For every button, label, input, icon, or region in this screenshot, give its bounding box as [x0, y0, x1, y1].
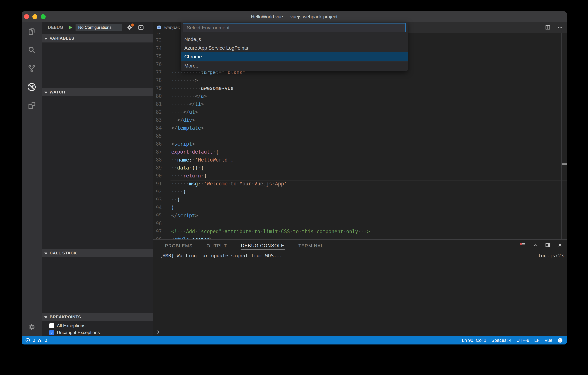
line-number[interactable]: 89 [153, 164, 170, 172]
feedback-smiley-icon[interactable] [557, 337, 563, 343]
line-number[interactable]: 80 [153, 92, 170, 100]
warning-count: 0 [44, 338, 47, 343]
line-number[interactable]: 83 [153, 116, 170, 124]
debug-toolbar: DEBUG No Configurations [42, 22, 153, 33]
line-content: ········</a> [170, 92, 567, 100]
line-number[interactable]: 86 [153, 140, 170, 148]
environment-option[interactable]: Node.js [181, 35, 408, 44]
environment-search-input[interactable] [183, 23, 405, 32]
status-item[interactable]: UTF-8 [516, 338, 529, 343]
error-count: 0 [32, 338, 35, 343]
line-number[interactable]: 92 [153, 188, 170, 196]
more-actions-icon[interactable] [557, 24, 563, 30]
breakpoint-label: All Exceptions [57, 323, 85, 328]
code-line-81: 81······</li> [153, 100, 567, 108]
close-panel-icon[interactable] [557, 243, 563, 248]
environment-input-box [183, 23, 406, 32]
breakpoint-label: Uncaught Exceptions [57, 330, 100, 335]
explorer-icon[interactable] [21, 22, 42, 41]
line-number[interactable]: 79 [153, 84, 170, 92]
status-item[interactable]: LF [534, 338, 539, 343]
line-number[interactable]: 91 [153, 180, 170, 188]
split-editor-icon[interactable] [545, 24, 551, 30]
debug-icon[interactable] [21, 78, 42, 96]
line-content: } [170, 204, 567, 211]
line-number[interactable]: 93 [153, 196, 170, 204]
select-environment-dropdown: Node.jsAzure App Service LogPointsChrome… [181, 22, 408, 71]
line-number[interactable]: 72 [153, 33, 170, 36]
overview-ruler[interactable] [561, 33, 567, 239]
clear-console-icon[interactable] [520, 242, 525, 248]
code-line-96: 96 [153, 220, 567, 228]
line-number[interactable]: 97 [153, 228, 170, 235]
status-item[interactable]: Vue [545, 338, 552, 343]
line-number[interactable]: 78 [153, 76, 170, 84]
status-item[interactable]: Spaces: 4 [491, 338, 512, 343]
status-item[interactable]: Ln 90, Col 1 [462, 338, 486, 343]
panel-tab-debug-console[interactable]: DEBUG CONSOLE [241, 241, 285, 250]
line-content: ··} [170, 196, 567, 204]
warning-icon [37, 338, 42, 343]
console-output-row: [HMR] Waiting for update signal from WDS… [153, 252, 567, 259]
checkbox-checked[interactable] [49, 330, 54, 335]
panel-tab-terminal[interactable]: TERMINAL [298, 241, 324, 250]
status-bar-right: Ln 90, Col 1Spaces: 4UTF-8LFVue [462, 337, 567, 343]
line-number[interactable]: 85 [153, 132, 170, 140]
console-output-text: [HMR] Waiting for update signal from WDS… [160, 253, 538, 258]
problems-status[interactable]: 0 0 [21, 338, 47, 343]
line-number[interactable]: 77 [153, 68, 170, 76]
line-number[interactable]: 76 [153, 60, 170, 68]
code-line-89: 89··data·()·{ [153, 164, 567, 172]
panel-tab-problems[interactable]: PROBLEMS [165, 241, 193, 250]
twistie-icon [44, 92, 47, 94]
status-bar: 0 0 Ln 90, Col 1Spaces: 4UTF-8LFVue [21, 336, 567, 344]
prompt-chevron-icon [156, 330, 161, 334]
line-number[interactable]: 88 [153, 156, 170, 164]
move-panel-right-icon[interactable] [545, 242, 550, 248]
line-number[interactable]: 75 [153, 52, 170, 60]
settings-gear-icon[interactable] [21, 323, 42, 331]
tab-label: webpac [164, 25, 180, 30]
extensions-icon[interactable] [21, 96, 42, 115]
section-header-variables[interactable]: VARIABLES [42, 34, 153, 43]
line-number[interactable]: 81 [153, 100, 170, 108]
section-header-breakpoints[interactable]: BREAKPOINTS [42, 313, 153, 321]
bottom-panel: PROBLEMSOUTPUTDEBUG CONSOLETERMINAL [153, 239, 567, 336]
line-number[interactable]: 96 [153, 220, 170, 228]
environment-option[interactable]: Chrome [181, 52, 408, 61]
console-source-link[interactable]: log.js:23 [538, 253, 564, 258]
line-number[interactable]: 95 [153, 211, 170, 220]
maximize-panel-icon[interactable] [532, 242, 538, 248]
line-number[interactable]: 82 [153, 108, 170, 116]
line-number[interactable]: 98 [153, 235, 170, 239]
titlebar: HelloWorld.vue — vuejs-webpack-project [21, 11, 567, 22]
line-number[interactable]: 73 [153, 36, 170, 44]
line-number[interactable]: 90 [153, 172, 170, 180]
environment-option[interactable]: Azure App Service LogPoints [181, 44, 408, 52]
line-number[interactable]: 84 [153, 124, 170, 132]
start-debug-button[interactable] [67, 25, 73, 30]
updown-caret-icon [116, 25, 120, 30]
section-header-call-stack[interactable]: CALL STACK [42, 249, 153, 257]
source-control-icon[interactable] [21, 59, 42, 78]
debug-console-input[interactable] [153, 328, 567, 336]
code-line-85: 85 [153, 132, 567, 140]
configure-gear-icon[interactable] [126, 24, 133, 31]
window-title: HelloWorld.vue — vuejs-webpack-project [21, 11, 567, 22]
code-line-79: 79··········awesome-vue [153, 84, 567, 92]
configurations-dropdown[interactable]: No Configurations [75, 24, 122, 31]
panel-tab-output[interactable]: OUTPUT [206, 241, 227, 250]
line-content: <style·scoped> [170, 235, 567, 239]
code-line-83: 83··</div> [153, 116, 567, 124]
toggle-debug-console-icon[interactable] [137, 24, 144, 31]
section-header-watch[interactable]: WATCH [42, 88, 153, 96]
line-content: ······</li> [170, 100, 567, 108]
environment-option[interactable]: More... [181, 61, 408, 70]
breakpoint-row: Uncaught Exceptions [42, 329, 153, 336]
search-icon[interactable] [21, 41, 42, 59]
line-number[interactable]: 87 [153, 148, 170, 156]
code-line-95: 95</script> [153, 211, 567, 220]
line-number[interactable]: 94 [153, 204, 170, 211]
checkbox-unchecked[interactable] [49, 323, 54, 328]
line-number[interactable]: 74 [153, 44, 170, 52]
